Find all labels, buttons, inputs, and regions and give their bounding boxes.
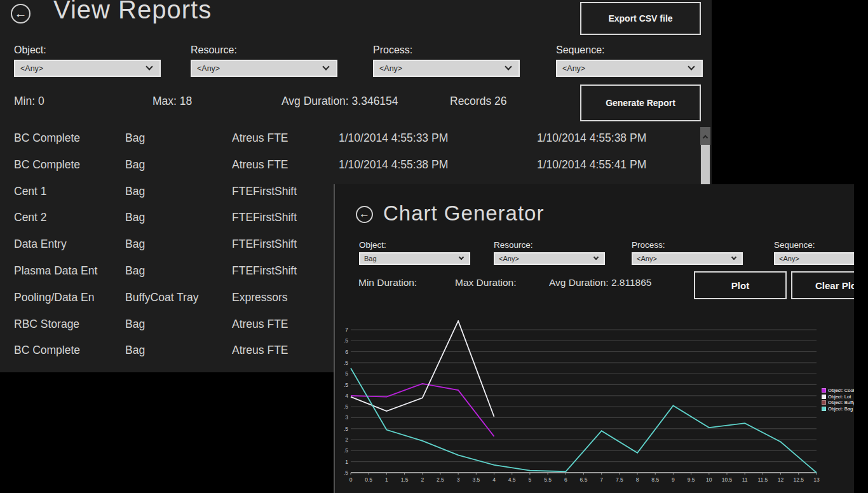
svg-text:2: 2	[421, 476, 424, 483]
legend-item: Object: Lot	[822, 394, 854, 400]
filter-sequence: Sequence: <Any>	[556, 44, 703, 77]
legend-label: Object: Bag	[828, 406, 853, 412]
dropdown-value: <Any>	[779, 255, 799, 262]
legend-label: Object: Lot	[828, 394, 851, 400]
stat-max-duration: Max Duration:	[455, 277, 516, 288]
table-cell: Atreus FTE	[232, 318, 288, 331]
page-title: Chart Generator	[383, 201, 544, 226]
svg-text:1: 1	[345, 459, 348, 465]
sequence-dropdown[interactable]: <Any>	[556, 60, 703, 77]
process-dropdown[interactable]: <Any>	[632, 252, 743, 265]
chevron-down-icon	[146, 63, 153, 70]
filter-object: Object: <Any>	[14, 44, 161, 77]
resource-dropdown[interactable]: <Any>	[494, 252, 605, 265]
svg-text:5.5: 5.5	[544, 476, 552, 483]
chart-svg: 0.511.522.533.544.555.566.5700.511.522.5…	[344, 320, 827, 487]
page-title: View Reports	[53, 0, 212, 24]
dropdown-value: <Any>	[379, 64, 402, 73]
object-dropdown[interactable]: Bag	[359, 252, 470, 265]
svg-text:12: 12	[778, 476, 784, 483]
filter-label: Resource:	[191, 44, 337, 56]
filter-label: Sequence:	[774, 240, 854, 250]
table-row[interactable]: BC CompleteBagAtreus FTE1/10/2014 4:55:3…	[0, 155, 699, 182]
dropdown-value: <Any>	[637, 255, 657, 262]
table-cell: Cent 1	[14, 185, 47, 198]
process-dropdown[interactable]: <Any>	[373, 60, 520, 77]
svg-text:5: 5	[345, 370, 348, 377]
table-cell: FTEFirstShift	[232, 238, 297, 251]
filter-sequence: Sequence: <Any>	[774, 240, 854, 265]
table-cell: Bag	[125, 185, 145, 198]
svg-text:1: 1	[385, 476, 388, 483]
chevron-down-icon	[731, 255, 736, 260]
scrollbar-up-button[interactable]	[700, 127, 710, 145]
filter-process: Process: <Any>	[632, 240, 743, 265]
back-arrow-icon: ←	[15, 7, 27, 20]
dropdown-value: <Any>	[499, 255, 519, 262]
back-button[interactable]: ←	[11, 4, 31, 24]
chevron-down-icon	[688, 63, 695, 70]
legend-swatch-icon	[822, 400, 826, 405]
svg-text:8: 8	[636, 476, 639, 483]
object-dropdown[interactable]: <Any>	[14, 60, 161, 77]
table-cell: Pooling/Data En	[14, 291, 94, 304]
table-cell: Expressors	[232, 291, 288, 304]
svg-text:8.5: 8.5	[651, 476, 659, 483]
svg-text:4.5: 4.5	[344, 382, 348, 388]
table-cell: BC Complete	[14, 158, 80, 172]
back-button[interactable]: ←	[356, 206, 373, 223]
stat-min: Min: 0	[14, 95, 44, 108]
filter-label: Process:	[373, 44, 520, 56]
filter-resource: Resource: <Any>	[494, 240, 605, 265]
plot-button[interactable]: Plot	[694, 271, 787, 299]
sequence-dropdown[interactable]: <Any>	[774, 252, 854, 265]
table-cell: BC Complete	[14, 344, 80, 357]
dropdown-value: <Any>	[562, 64, 585, 73]
desktop: { "view_reports": { "title": "View Repor…	[0, 0, 868, 493]
svg-text:5: 5	[529, 476, 532, 483]
svg-text:6: 6	[564, 476, 567, 483]
svg-text:10.5: 10.5	[722, 476, 733, 483]
svg-text:3.5: 3.5	[472, 476, 480, 483]
table-cell: Bag	[125, 132, 145, 145]
table-cell: Bag	[125, 158, 145, 172]
filter-label: Sequence:	[556, 44, 703, 56]
table-cell: Bag	[125, 318, 145, 331]
svg-text:1.5: 1.5	[401, 476, 409, 483]
table-cell: Bag	[125, 264, 145, 278]
svg-text:10: 10	[706, 476, 712, 483]
table-cell: 1/10/2014 4:55:38 PM	[537, 132, 646, 145]
legend-swatch-icon	[822, 407, 826, 411]
chevron-down-icon	[322, 63, 329, 70]
table-cell: FTEFirstShift	[232, 185, 297, 198]
table-cell: Atreus FTE	[232, 132, 288, 145]
stat-records: Records 26	[450, 95, 507, 108]
generate-report-button[interactable]: Generate Report	[580, 84, 701, 121]
table-cell: Bag	[125, 238, 145, 251]
table-row[interactable]: BC CompleteBagAtreus FTE1/10/2014 4:55:3…	[0, 128, 699, 155]
resource-dropdown[interactable]: <Any>	[191, 60, 337, 77]
table-cell: Atreus FTE	[232, 158, 288, 172]
dropdown-value: <Any>	[20, 64, 43, 73]
table-cell: Cent 2	[14, 211, 47, 224]
table-cell: Atreus FTE	[232, 344, 288, 357]
svg-text:0: 0	[349, 476, 353, 483]
legend-item: Object: Bag	[822, 406, 854, 412]
stat-min-duration: Min Duration:	[358, 277, 417, 288]
svg-text:12.5: 12.5	[793, 476, 804, 483]
table-cell: BuffyCoat Tray	[125, 291, 198, 304]
svg-text:4: 4	[492, 476, 496, 483]
legend-swatch-icon	[822, 388, 826, 393]
table-cell: BC Complete	[14, 132, 80, 145]
svg-text:7.5: 7.5	[616, 476, 623, 483]
svg-text:7: 7	[600, 476, 603, 483]
svg-text:11.5: 11.5	[757, 476, 768, 483]
svg-text:2.5: 2.5	[344, 426, 348, 432]
legend-item: Object: BuffyC	[822, 400, 854, 406]
filter-label: Resource:	[494, 240, 605, 250]
clear-plot-button[interactable]: Clear Plot	[791, 271, 854, 299]
table-cell: Data Entry	[14, 238, 67, 251]
dropdown-value: Bag	[364, 255, 377, 262]
export-csv-button[interactable]: Export CSV file	[580, 2, 701, 35]
stat-avg: Avg Duration: 3.346154	[281, 95, 398, 108]
